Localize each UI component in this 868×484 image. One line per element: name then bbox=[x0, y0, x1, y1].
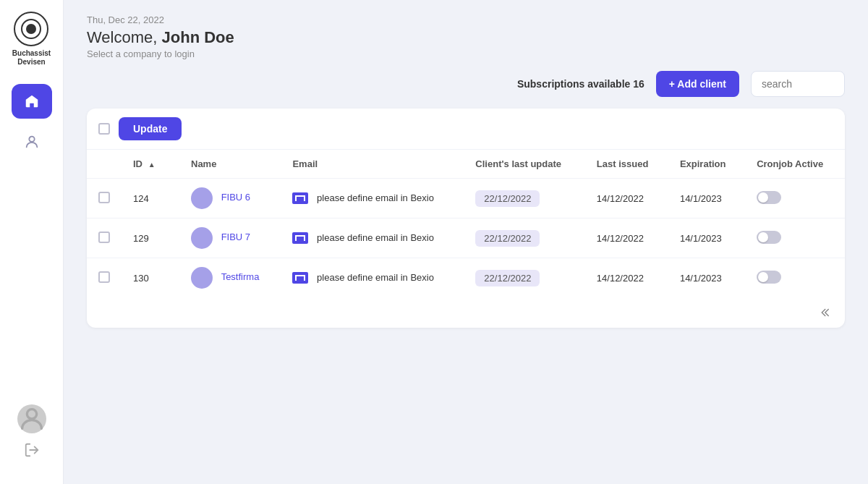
select-all-checkbox[interactable] bbox=[98, 123, 110, 135]
logo-text: Buchassist Devisen bbox=[12, 49, 51, 67]
collapse-button[interactable] bbox=[87, 297, 845, 328]
row-name: FIBU 6 bbox=[179, 179, 281, 218]
row-expiration: 14/1/2023 bbox=[668, 179, 745, 218]
email-icon bbox=[292, 192, 308, 204]
client-name-link[interactable]: Testfirma bbox=[221, 271, 260, 282]
row-check-cell bbox=[87, 258, 122, 298]
sidebar-item-home[interactable] bbox=[12, 84, 52, 119]
email-text: please define email in Bexio bbox=[317, 232, 434, 243]
logo-icon bbox=[14, 12, 48, 46]
clients-table-container: Update ID ▲ Name Email Client's last upd… bbox=[87, 109, 845, 328]
row-checkbox[interactable] bbox=[98, 271, 110, 283]
row-check-cell bbox=[87, 218, 122, 258]
last-update-badge: 22/12/2022 bbox=[475, 230, 540, 247]
th-check bbox=[87, 150, 122, 179]
add-client-button[interactable]: + Add client bbox=[656, 71, 739, 97]
sort-arrow-icon: ▲ bbox=[148, 161, 156, 169]
row-last-update: 22/12/2022 bbox=[464, 218, 584, 258]
logo: Buchassist Devisen bbox=[12, 12, 51, 67]
row-email: please define email in Bexio bbox=[281, 258, 464, 298]
cronjob-toggle[interactable] bbox=[757, 271, 781, 284]
th-last-update: Client's last update bbox=[464, 150, 584, 179]
sidebar-item-profile[interactable] bbox=[12, 124, 52, 159]
header-welcome: Welcome, John Doe bbox=[87, 28, 845, 47]
cronjob-toggle[interactable] bbox=[757, 191, 781, 204]
page-header: Thu, Dec 22, 2022 Welcome, John Doe Sele… bbox=[64, 0, 868, 71]
row-id: 129 bbox=[122, 218, 179, 258]
toolbar: Subscriptions available 16 + Add client bbox=[87, 71, 845, 97]
row-cronjob bbox=[745, 179, 845, 218]
row-name: FIBU 7 bbox=[179, 218, 281, 258]
main-content: Thu, Dec 22, 2022 Welcome, John Doe Sele… bbox=[64, 0, 868, 484]
row-email: please define email in Bexio bbox=[281, 218, 464, 258]
subscriptions-label: Subscriptions available 16 bbox=[517, 78, 644, 90]
last-update-badge: 22/12/2022 bbox=[475, 190, 540, 207]
table-row: 130 Testfirma please define email in Bex… bbox=[87, 258, 845, 298]
table-header: ID ▲ Name Email Client's last update Las… bbox=[87, 150, 845, 179]
th-id[interactable]: ID ▲ bbox=[122, 150, 179, 179]
email-text: please define email in Bexio bbox=[317, 192, 434, 203]
email-icon bbox=[292, 232, 308, 244]
sidebar-bottom bbox=[17, 404, 46, 472]
svg-point-0 bbox=[29, 137, 34, 142]
logo-inner-icon bbox=[21, 19, 41, 39]
clients-table: ID ▲ Name Email Client's last update Las… bbox=[87, 150, 845, 297]
table-row: 129 FIBU 7 please define email in Bexio … bbox=[87, 218, 845, 258]
last-update-badge: 22/12/2022 bbox=[475, 270, 540, 286]
row-last-issued: 14/12/2022 bbox=[585, 218, 668, 258]
th-cronjob: Cronjob Active bbox=[745, 150, 845, 179]
row-checkbox[interactable] bbox=[98, 232, 110, 243]
row-email: please define email in Bexio bbox=[281, 179, 464, 218]
username: John Doe bbox=[162, 28, 234, 46]
row-checkbox[interactable] bbox=[98, 192, 110, 203]
header-subtitle: Select a company to login bbox=[87, 48, 845, 59]
welcome-prefix: Welcome, bbox=[87, 28, 162, 46]
email-icon bbox=[292, 272, 308, 284]
row-cronjob bbox=[745, 218, 845, 258]
row-expiration: 14/1/2023 bbox=[668, 218, 745, 258]
client-avatar bbox=[191, 187, 213, 209]
row-last-update: 22/12/2022 bbox=[464, 258, 584, 298]
table-body: 124 FIBU 6 please define email in Bexio … bbox=[87, 179, 845, 298]
table-row: 124 FIBU 6 please define email in Bexio … bbox=[87, 179, 845, 218]
row-check-cell bbox=[87, 179, 122, 218]
svg-point-1 bbox=[27, 409, 36, 419]
profile-icon bbox=[24, 134, 40, 150]
main-area: Subscriptions available 16 + Add client … bbox=[64, 71, 868, 484]
th-last-issued: Last issued bbox=[585, 150, 668, 179]
update-button[interactable]: Update bbox=[119, 117, 182, 140]
row-last-issued: 14/12/2022 bbox=[585, 258, 668, 298]
th-expiration: Expiration bbox=[668, 150, 745, 179]
client-avatar bbox=[191, 227, 213, 249]
row-expiration: 14/1/2023 bbox=[668, 258, 745, 298]
th-email: Email bbox=[281, 150, 464, 179]
cronjob-toggle[interactable] bbox=[757, 231, 781, 244]
th-name: Name bbox=[179, 150, 281, 179]
client-name-link[interactable]: FIBU 7 bbox=[221, 232, 250, 242]
row-last-issued: 14/12/2022 bbox=[585, 179, 668, 218]
header-date: Thu, Dec 22, 2022 bbox=[87, 14, 845, 25]
row-cronjob bbox=[745, 258, 845, 298]
avatar-icon-bottom bbox=[17, 404, 46, 433]
row-name: Testfirma bbox=[179, 258, 281, 298]
chevron-left-icon bbox=[820, 306, 833, 319]
email-text: please define email in Bexio bbox=[317, 272, 434, 283]
row-id: 124 bbox=[122, 179, 179, 218]
client-name-link[interactable]: FIBU 6 bbox=[221, 192, 250, 203]
logout-icon[interactable] bbox=[24, 442, 40, 461]
search-input[interactable] bbox=[751, 71, 845, 97]
update-row: Update bbox=[87, 109, 845, 150]
home-icon bbox=[24, 93, 40, 109]
sidebar-nav bbox=[0, 84, 63, 404]
user-avatar-bottom[interactable] bbox=[17, 404, 46, 433]
sidebar: Buchassist Devisen bbox=[0, 0, 64, 484]
row-id: 130 bbox=[122, 258, 179, 298]
client-avatar bbox=[191, 267, 213, 289]
row-last-update: 22/12/2022 bbox=[464, 179, 584, 218]
